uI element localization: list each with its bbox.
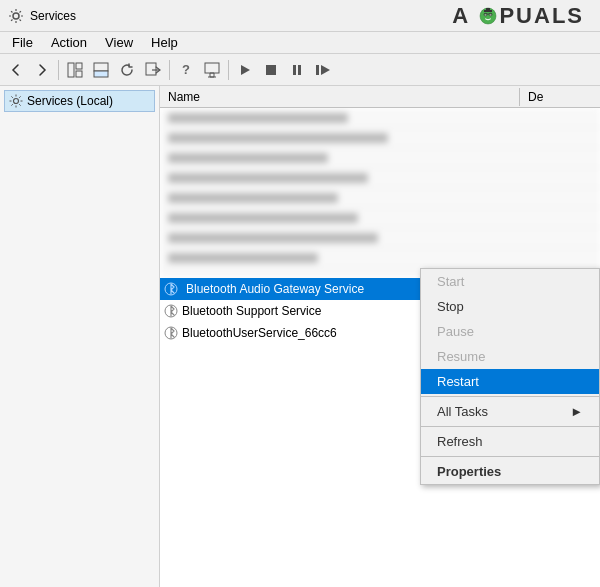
toolbar-separator-2 [169, 60, 170, 80]
svg-point-5 [491, 14, 492, 15]
context-menu-restart[interactable]: Restart [421, 369, 599, 394]
svg-rect-21 [266, 65, 276, 75]
pause-icon [291, 64, 303, 76]
refresh-icon [120, 63, 134, 77]
svg-rect-17 [205, 63, 219, 73]
start-service-button[interactable] [233, 58, 257, 82]
menu-action[interactable]: Action [43, 33, 95, 52]
forward-icon [35, 63, 49, 77]
context-menu-start[interactable]: Start [421, 269, 599, 294]
svg-rect-15 [146, 63, 156, 75]
context-menu-separator-1 [421, 396, 599, 397]
show-console-tree-button[interactable] [63, 58, 87, 82]
menu-file[interactable]: File [4, 33, 41, 52]
toolbar: ? [0, 54, 600, 86]
logo-character-icon [477, 6, 499, 28]
column-name[interactable]: Name [160, 88, 520, 106]
back-button[interactable] [4, 58, 28, 82]
column-description[interactable]: De [520, 88, 600, 106]
bluetooth-support-name: Bluetooth Support Service [182, 304, 321, 318]
stop-icon [265, 64, 277, 76]
about-button[interactable] [200, 58, 224, 82]
context-menu-pause[interactable]: Pause [421, 319, 599, 344]
title-bar: Services A [0, 0, 600, 32]
bluetooth-support-icon [164, 304, 178, 318]
context-menu-all-tasks[interactable]: All Tasks ► [421, 399, 599, 424]
menu-help[interactable]: Help [143, 33, 186, 52]
svg-marker-25 [321, 65, 330, 75]
right-panel: Name De [160, 86, 600, 587]
refresh-button[interactable] [115, 58, 139, 82]
console-tree-icon [67, 62, 83, 78]
bluetooth-audio-gateway-icon [164, 282, 178, 296]
column-header: Name De [160, 86, 600, 108]
show-detail-pane-button[interactable] [89, 58, 113, 82]
services-local-item[interactable]: Services (Local) [4, 90, 155, 112]
toolbar-separator-1 [58, 60, 59, 80]
bluetooth-audio-gateway-name: Bluetooth Audio Gateway Service [186, 282, 364, 296]
blurred-services-area [160, 108, 600, 278]
svg-rect-9 [486, 8, 490, 11]
context-menu-properties[interactable]: Properties [421, 459, 599, 484]
services-local-label: Services (Local) [27, 94, 113, 108]
services-local-icon [9, 94, 23, 108]
svg-rect-12 [76, 71, 82, 77]
context-menu-resume[interactable]: Resume [421, 344, 599, 369]
svg-rect-13 [94, 63, 108, 71]
pause-service-button[interactable] [285, 58, 309, 82]
svg-marker-18 [210, 73, 214, 77]
help-button[interactable]: ? [174, 58, 198, 82]
stop-service-button[interactable] [259, 58, 283, 82]
svg-point-4 [486, 14, 487, 15]
resume-icon [315, 64, 331, 76]
left-panel: Services (Local) [0, 86, 160, 587]
appuals-logo: A PUALS [452, 3, 592, 29]
export-list-button[interactable] [141, 58, 165, 82]
toolbar-separator-3 [228, 60, 229, 80]
context-menu-stop[interactable]: Stop [421, 294, 599, 319]
svg-rect-14 [94, 71, 108, 77]
svg-point-0 [13, 13, 19, 19]
context-menu-separator-2 [421, 426, 599, 427]
svg-rect-22 [293, 65, 296, 75]
detail-pane-icon [93, 62, 109, 78]
svg-rect-11 [76, 63, 82, 69]
svg-point-26 [14, 99, 19, 104]
about-icon [204, 62, 220, 78]
svg-marker-20 [241, 65, 250, 75]
resume-service-button[interactable] [311, 58, 335, 82]
back-icon [9, 63, 23, 77]
context-menu: Start Stop Pause Resume Restart All Task… [420, 268, 600, 485]
main-content: Services (Local) Name De [0, 86, 600, 587]
svg-rect-23 [298, 65, 301, 75]
services-list: Bluetooth Audio Gateway Service Bluetoot… [160, 108, 600, 587]
context-menu-refresh[interactable]: Refresh [421, 429, 599, 454]
context-menu-separator-3 [421, 456, 599, 457]
menu-bar: File Action View Help [0, 32, 600, 54]
svg-rect-10 [68, 63, 74, 77]
bluetooth-user-service-icon [164, 326, 178, 340]
forward-button[interactable] [30, 58, 54, 82]
title-bar-text: Services [30, 9, 76, 23]
menu-view[interactable]: View [97, 33, 141, 52]
play-icon [239, 64, 251, 76]
svg-rect-24 [316, 65, 319, 75]
bluetooth-user-service-name: BluetoothUserService_66cc6 [182, 326, 337, 340]
export-icon [145, 62, 161, 78]
services-title-icon [8, 8, 24, 24]
